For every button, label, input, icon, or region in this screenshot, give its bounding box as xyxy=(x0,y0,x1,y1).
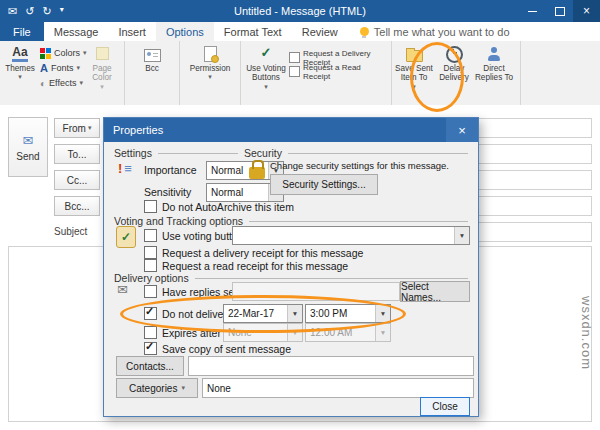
page-color-icon xyxy=(96,47,109,60)
tab-format-text[interactable]: Format Text xyxy=(214,22,292,41)
importance-icon: !≡ xyxy=(118,162,132,175)
dropdown-arrow-icon: ▾ xyxy=(208,73,212,81)
section-settings: Settings xyxy=(114,147,238,159)
dropdown-arrow-icon: ▾ xyxy=(18,73,22,81)
titlebar: ✉ ↺ ↻ ▾ Untitled - Message (HTML) × xyxy=(0,0,600,22)
categories-field[interactable]: None xyxy=(202,378,474,398)
section-security: Security xyxy=(244,147,468,159)
checkbox-icon xyxy=(289,66,300,77)
tab-file[interactable]: File xyxy=(0,22,44,41)
permission-button[interactable]: Permission ▾ xyxy=(185,43,235,92)
window-title: Untitled - Message (HTML) xyxy=(0,5,600,17)
dialog-close-button[interactable]: Close xyxy=(420,397,470,416)
watermark: wsxdn.com xyxy=(579,296,594,370)
voting-buttons-select[interactable]: ▼ xyxy=(232,226,470,245)
categories-button[interactable]: Categories ▾ xyxy=(116,378,198,398)
themes-button[interactable]: Aa Themes ▾ xyxy=(2,43,38,92)
request-read-receipt-checkbox[interactable]: Request a Read Receipt xyxy=(289,65,385,78)
window-controls: × xyxy=(519,0,600,22)
read-receipt-checkbox[interactable]: Request a read receipt for this message xyxy=(144,259,348,272)
dialog-title: Properties xyxy=(113,124,163,136)
fonts-button[interactable]: A Fonts ▾ xyxy=(38,61,86,75)
dropdown-arrow-icon: ▾ xyxy=(79,79,83,87)
redo-icon[interactable]: ↻ xyxy=(42,5,51,18)
annotation-ellipse-do-not-deliver xyxy=(120,295,406,333)
quick-access-toolbar: ✉ ↺ ↻ ▾ xyxy=(0,5,64,18)
properties-dialog: Properties × Settings Security !≡ Import… xyxy=(103,117,479,417)
ribbon-tab-strip: File Message Insert Options Format Text … xyxy=(0,22,600,41)
checkbox-icon xyxy=(144,229,157,242)
cc-button[interactable]: Cc... xyxy=(54,170,100,190)
importance-label: Importance xyxy=(144,164,197,176)
effects-icon: ◐ xyxy=(40,78,46,89)
delivery-envelope-icon: ✉ xyxy=(117,282,128,297)
contacts-field[interactable] xyxy=(188,356,474,376)
ribbon-options: Aa Themes ▾ Colors ▾ A Fonts ▾ ◐ Effects xyxy=(0,41,600,106)
bcc-button[interactable]: Bcc... xyxy=(54,196,100,216)
fonts-icon: A xyxy=(40,62,48,74)
dropdown-arrow-icon: ▾ xyxy=(88,124,92,132)
security-settings-button[interactable]: Security Settings... xyxy=(270,174,378,195)
outlook-message-window: ✉ ↺ ↻ ▾ Untitled - Message (HTML) × File… xyxy=(0,0,600,430)
checkbox-icon xyxy=(144,246,157,259)
checkbox-icon xyxy=(144,326,157,339)
lock-icon xyxy=(249,167,265,179)
dropdown-arrow-icon: ▾ xyxy=(100,83,104,91)
send-icon: ✉ xyxy=(23,133,34,148)
dialog-close-icon[interactable]: × xyxy=(446,118,478,142)
page-color-button[interactable]: Page Color ▾ xyxy=(86,43,118,92)
minimize-icon xyxy=(528,11,537,12)
window-close-button[interactable]: × xyxy=(573,0,600,22)
themes-icon: Aa xyxy=(12,46,27,62)
mail-icon[interactable]: ✉ xyxy=(8,5,17,18)
dropdown-arrow-icon: ▼ xyxy=(375,324,390,341)
person-icon xyxy=(487,47,501,61)
permission-icon xyxy=(204,46,217,62)
dropdown-arrow-icon: ▼ xyxy=(454,227,469,244)
to-button[interactable]: To... xyxy=(54,144,100,164)
maximize-button[interactable] xyxy=(546,0,573,22)
tell-me-box[interactable]: Tell me what you want to do xyxy=(360,22,510,41)
checkbox-icon xyxy=(144,259,157,272)
contacts-button[interactable]: Contacts... xyxy=(116,356,184,376)
annotation-ellipse-delay-delivery xyxy=(410,42,464,112)
checkbox-icon xyxy=(144,200,157,213)
direct-replies-to-button[interactable]: Direct Replies To xyxy=(474,43,514,92)
minimize-button[interactable] xyxy=(519,0,546,22)
checkbox-icon xyxy=(144,285,157,298)
autoarchive-checkbox[interactable]: Do not AutoArchive this item xyxy=(144,200,294,213)
qat-customize-icon[interactable]: ▾ xyxy=(60,5,64,18)
undo-icon[interactable]: ↺ xyxy=(25,5,34,18)
colors-icon xyxy=(40,48,51,59)
tab-message[interactable]: Message xyxy=(44,22,109,41)
checkbox-icon xyxy=(289,52,300,63)
tell-me-label: Tell me what you want to do xyxy=(374,26,510,38)
delivery-receipt-checkbox[interactable]: Request a delivery receipt for this mess… xyxy=(144,246,363,259)
security-text: Change security settings for this messag… xyxy=(270,160,449,171)
bcc-icon xyxy=(144,49,161,62)
dialog-titlebar[interactable]: Properties × xyxy=(104,118,478,142)
effects-button[interactable]: ◐ Effects ▾ xyxy=(38,76,86,90)
from-button[interactable]: From ▾ xyxy=(54,118,100,138)
colors-button[interactable]: Colors ▾ xyxy=(38,46,86,60)
select-names-button[interactable]: Select Names... xyxy=(400,281,470,302)
sensitivity-label: Sensitivity xyxy=(144,186,191,198)
lightbulb-icon xyxy=(360,27,369,36)
dropdown-arrow-icon: ▾ xyxy=(76,64,80,72)
use-voting-buttons-button[interactable]: ✓ Use Voting Buttons ▾ xyxy=(243,43,289,92)
tab-review[interactable]: Review xyxy=(292,22,348,41)
maximize-icon xyxy=(555,7,565,16)
dropdown-arrow-icon: ▾ xyxy=(181,384,185,392)
bcc-button[interactable]: Bcc xyxy=(132,43,172,92)
subject-label: Subject xyxy=(54,226,87,237)
voting-check-icon: ✓ xyxy=(261,46,272,61)
checkbox-checked-icon xyxy=(144,342,157,355)
send-button[interactable]: ✉ Send xyxy=(8,117,48,177)
tab-insert[interactable]: Insert xyxy=(108,22,156,41)
save-copy-checkbox[interactable]: Save copy of sent message xyxy=(144,342,291,355)
voting-hand-icon: ✓ xyxy=(116,226,136,248)
dropdown-arrow-icon: ▾ xyxy=(264,83,268,91)
tab-options[interactable]: Options xyxy=(156,22,214,41)
